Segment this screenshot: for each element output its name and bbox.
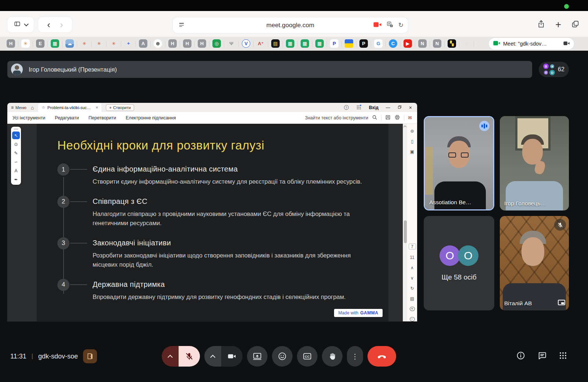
favicon[interactable]: ☁ (65, 39, 74, 48)
current-page-box[interactable]: 7 (409, 244, 416, 249)
favicon[interactable]: A⁺ (257, 39, 265, 48)
favicon[interactable]: H (183, 39, 191, 48)
acrobat-search[interactable]: Знайти текст або інструменти ✉ (305, 115, 412, 121)
tab-overview-button[interactable] (571, 20, 579, 29)
document-tab[interactable]: ☆ Problemi-ta-vikliki-suc… × (38, 103, 101, 112)
tab-close-icon[interactable]: × (96, 105, 98, 110)
zoom-in-button[interactable]: + (410, 307, 415, 311)
end-call-button[interactable] (368, 346, 396, 367)
mic-toggle-button[interactable] (179, 346, 200, 367)
sidebar-toggle-button[interactable] (7, 17, 34, 32)
rail-tool-icon[interactable]: ▣ (410, 149, 414, 154)
forward-button[interactable]: › (60, 20, 63, 29)
acrobat-menu-item[interactable]: Редагувати (55, 115, 79, 120)
present-button[interactable] (247, 346, 268, 367)
favicon[interactable]: H (7, 39, 15, 48)
favicon[interactable]: N (418, 39, 427, 48)
tool-button[interactable]: ⊙ (12, 140, 20, 148)
scrollbar-thumb[interactable] (404, 220, 407, 243)
favicon[interactable]: V (242, 39, 250, 48)
rotate-button[interactable]: ↻ (410, 286, 414, 291)
rail-tool-icon[interactable]: ▯ (411, 139, 413, 144)
acrobat-menu-item[interactable]: Усі інструменти (12, 115, 45, 120)
palette-drag-handle[interactable] (14, 129, 18, 130)
favicon[interactable]: ▦ (301, 39, 309, 48)
info-button[interactable] (516, 351, 526, 362)
print-icon[interactable] (394, 115, 400, 121)
pip-icon[interactable] (558, 300, 565, 305)
favicon[interactable]: ▶ (404, 39, 412, 48)
presenter-banner[interactable]: Ігор Головецький (Презентація) (7, 61, 532, 78)
camera-options-chevron[interactable] (204, 346, 221, 367)
camera-toggle-button[interactable] (221, 346, 243, 367)
more-options-button[interactable]: ⋮ (347, 346, 363, 367)
scroll-up-arrow[interactable] (404, 126, 406, 129)
favicon[interactable] (345, 39, 353, 48)
favicon[interactable]: ✳ (21, 39, 30, 48)
captions-button[interactable]: CC (297, 346, 318, 367)
favicon[interactable]: H (198, 39, 206, 48)
acrobat-menu-button[interactable]: ≡ Меню (11, 105, 26, 110)
sign-in-button[interactable]: Вхід (369, 105, 379, 110)
favicon[interactable]: ✳ (110, 39, 118, 48)
vertical-scrollbar[interactable] (403, 124, 407, 321)
activities-grid-button[interactable] (559, 351, 567, 361)
star-icon[interactable]: ☆ (42, 105, 45, 110)
email-icon[interactable]: ✉ (408, 115, 412, 120)
address-bar[interactable]: meet.google.com Ax ↻ (173, 17, 408, 33)
favicon[interactable]: A (139, 39, 147, 48)
tool-button[interactable]: ∽ (12, 158, 20, 166)
zoom-out-button[interactable]: − (410, 317, 415, 321)
rail-tool-icon[interactable]: ⊚ (410, 129, 414, 133)
favicon[interactable]: C (389, 39, 397, 48)
tool-button[interactable]: A (12, 167, 20, 174)
made-with-gamma-badge[interactable]: Made with GAMMA (334, 309, 383, 317)
favicon[interactable]: P (359, 39, 368, 48)
translate-icon[interactable]: Ax (386, 21, 394, 29)
favicon[interactable]: H (168, 39, 177, 48)
favicon[interactable]: ✳ (95, 39, 103, 48)
reload-button[interactable]: ↻ (398, 21, 404, 29)
share-button[interactable] (537, 20, 545, 30)
home-icon[interactable]: ⌂ (31, 105, 34, 111)
favicon[interactable]: ✳ (80, 39, 89, 48)
favicon[interactable]: ◌ (462, 39, 471, 48)
tab-meet[interactable]: Meet: "gdk-sdov… (489, 38, 574, 50)
video-tile[interactable]: Віталій АВ (500, 216, 569, 310)
tool-button[interactable]: ↖ (12, 131, 20, 139)
favicon[interactable]: G (374, 39, 383, 48)
raise-hand-button[interactable] (322, 346, 343, 367)
favicon[interactable]: ▚ (448, 39, 456, 48)
reactions-button[interactable] (272, 346, 293, 367)
acrobat-menu-item[interactable]: Перетворити (89, 115, 116, 120)
favicon[interactable]: P (330, 39, 338, 48)
favicon[interactable]: ▦ (51, 39, 59, 48)
favicon[interactable]: ◎ (212, 39, 221, 48)
favicon[interactable]: ✦ (124, 39, 133, 48)
save-icon[interactable] (385, 115, 391, 121)
window-minimize-button[interactable]: — (386, 105, 390, 110)
video-tile[interactable]: Ігор Головець… (500, 116, 569, 210)
favicon[interactable]: Ψ (227, 39, 236, 48)
tool-button[interactable]: ✒ (12, 176, 20, 183)
new-tab-button[interactable]: + (555, 20, 561, 30)
favicon[interactable]: ▦ (315, 39, 324, 48)
create-button[interactable]: + Створити (106, 104, 134, 111)
back-button[interactable]: ‹ (47, 20, 50, 29)
video-tile-speaking[interactable]: Assotiation Be… (424, 116, 494, 210)
more-participants-tile[interactable]: OO Ще 58 осіб (424, 216, 494, 310)
camera-in-use-icon[interactable] (373, 22, 381, 29)
page-up-button[interactable]: ∧ (410, 266, 414, 270)
tool-button[interactable]: ✎ (12, 149, 20, 157)
favicon[interactable]: ▦ (286, 39, 294, 48)
participants-pill[interactable]: B в б D 62 (539, 62, 569, 77)
favicon[interactable]: ⊛ (154, 39, 162, 48)
acrobat-menu-item[interactable]: Електронне підписання (126, 115, 176, 120)
window-restore-button[interactable] (398, 105, 402, 110)
favicon[interactable]: N (433, 39, 441, 48)
favicon[interactable]: E (36, 39, 44, 48)
window-close-button[interactable]: × (409, 105, 412, 111)
mic-options-chevron[interactable] (162, 346, 179, 367)
chat-button[interactable] (537, 351, 547, 362)
page-down-button[interactable]: ∨ (410, 276, 414, 280)
